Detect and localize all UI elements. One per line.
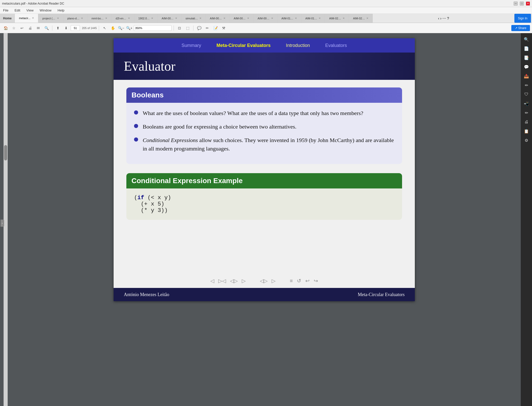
nav-forward-icon[interactable]: ↪ [314, 278, 318, 284]
right-shield-button[interactable]: 🛡 [522, 90, 530, 98]
slide-content: Booleans What are the uses of boolean va… [114, 80, 415, 274]
tab-aim01b[interactable]: AIM-01… ✕ [301, 14, 325, 23]
share-button[interactable]: ↗ Share [511, 25, 530, 31]
back-button[interactable]: ↩ [18, 24, 26, 32]
menu-help[interactable]: Help [57, 8, 66, 13]
title-bar-controls: ─ □ ✕ [514, 2, 530, 6]
tab-next-button[interactable]: › [440, 16, 442, 20]
expand-sidebar-button[interactable]: ‹ [1, 220, 4, 227]
nav-arrow-4[interactable]: ▷ [242, 278, 246, 284]
nav-summary[interactable]: Summary [182, 43, 201, 48]
nav-evaluators[interactable]: Evaluators [325, 43, 347, 48]
right-settings-button[interactable]: ⚙ [522, 136, 530, 144]
nav-home-button[interactable]: 🏠 [2, 24, 9, 32]
menu-window[interactable]: Window [39, 8, 52, 13]
zoom-input[interactable] [134, 25, 172, 31]
booleans-body: What are the uses of boolean values? Wha… [126, 103, 402, 164]
nav-introduction[interactable]: Introduction [286, 43, 310, 48]
right-comment-button[interactable]: 💬 [522, 63, 530, 71]
code-line-2: (+ x 5) [134, 201, 394, 207]
tab-aim02b[interactable]: AIM-02… ✕ [349, 14, 373, 23]
right-mobile-button[interactable]: 📲 [522, 99, 530, 108]
annotate-button[interactable]: 📝 [212, 24, 219, 32]
tab-project[interactable]: project (… ✕ [38, 14, 63, 23]
zoom-in-button[interactable]: 🔍+ [126, 24, 133, 32]
tab-aim00d[interactable]: AIM-00… ✕ [253, 14, 277, 23]
tab-mml[interactable]: mml-bo… ✕ [87, 14, 112, 23]
tab-aim00c[interactable]: AIM-00… ✕ [230, 14, 253, 23]
booleans-box: Booleans What are the uses of boolean va… [126, 87, 402, 164]
maximize-button[interactable]: □ [520, 2, 524, 6]
tab-close-metacir[interactable]: ✕ [32, 17, 34, 19]
right-zoom-in-button[interactable]: 🔍 [522, 35, 530, 43]
hand-tool-button[interactable]: ✋ [109, 24, 116, 32]
tab-nav-controls: ‹ › ⋯ ? [436, 14, 451, 23]
footer-author: António Menezes Leitão [124, 292, 169, 297]
sign-in-button[interactable]: Sign In [514, 14, 531, 23]
nav-meta-circular[interactable]: Meta-Circular Evaluators [216, 43, 271, 48]
close-button[interactable]: ✕ [526, 2, 530, 6]
bullet-item-1: What are the uses of boolean values? Wha… [134, 109, 394, 117]
help-icon[interactable]: ? [447, 16, 449, 20]
nav-arrow-2[interactable]: ▷◁ [218, 278, 226, 284]
tab-1902[interactable]: 1902.0… ✕ [134, 14, 158, 23]
more-tools-button[interactable]: ⚒ [220, 24, 227, 32]
bullet-text-3: Conditional Expressions allow such choic… [143, 136, 394, 153]
scrollbar-thumb[interactable] [4, 145, 7, 160]
right-pen-button[interactable]: ✏ [522, 81, 530, 89]
tab-prev-button[interactable]: ‹ [438, 16, 439, 20]
zoom-out-button[interactable]: 🔍− [117, 24, 125, 32]
tab-home[interactable]: Home [0, 14, 15, 23]
pdf-area[interactable]: Summary Meta-Circular Evaluators Introdu… [8, 33, 521, 406]
nav-menu-icon[interactable]: ≡ [290, 278, 293, 284]
tab-plano[interactable]: plano-d… ✕ [63, 14, 88, 23]
tab-close-project[interactable]: ✕ [57, 17, 59, 20]
slide-footer: António Menezes Leitão Meta-Circular Eva… [114, 288, 415, 301]
menu-file[interactable]: File [2, 8, 9, 13]
right-edit-button[interactable]: ✏ [522, 109, 530, 117]
right-print-button[interactable]: 🖨 [522, 118, 530, 126]
tab-aim00b[interactable]: AIM-00… ✕ [206, 14, 229, 23]
page-number-input[interactable] [71, 25, 80, 31]
search-button[interactable]: 🔍 [43, 24, 50, 32]
tab-menu-button[interactable]: ⋯ [442, 16, 446, 20]
bullet-text-1: What are the uses of boolean values? Wha… [143, 109, 363, 117]
nav-arrow-3[interactable]: ◁▷ [230, 278, 238, 284]
fit-page-button[interactable]: ⊡ [176, 24, 183, 32]
bookmark-button[interactable]: ☆ [10, 24, 17, 32]
nav-undo-icon[interactable]: ↺ [297, 278, 301, 284]
nav-back-icon[interactable]: ↩ [305, 278, 310, 284]
cursor-tool-button[interactable]: ↖ [101, 24, 108, 32]
right-bookmark-button[interactable]: 📑 [522, 54, 530, 62]
toolbar-sep4 [193, 26, 194, 31]
fit-width-button[interactable]: ⬚ [184, 24, 191, 32]
share-icon: ↗ [515, 26, 517, 30]
tab-d2l[interactable]: d2l-en… ✕ [112, 14, 134, 23]
comment-button[interactable]: 💬 [196, 24, 203, 32]
prev-page-button[interactable]: ⬆ [54, 24, 62, 32]
menu-view[interactable]: View [25, 8, 34, 13]
nav-arrow-1[interactable]: ◁ [210, 278, 214, 284]
right-share-button[interactable]: 📤 [522, 72, 530, 80]
tab-aim02a[interactable]: AIM-02… ✕ [325, 14, 349, 23]
vertical-scrollbar[interactable] [4, 33, 8, 406]
bullet-item-3: Conditional Expressions allow such choic… [134, 136, 394, 153]
nav-arrow-5[interactable]: ◁▷ [260, 278, 268, 284]
slide-title-area: Evaluator [114, 53, 415, 80]
pen-button[interactable]: ✏ [204, 24, 211, 32]
right-clipboard-button[interactable]: 📋 [522, 127, 530, 135]
next-page-button[interactable]: ⬇ [63, 24, 70, 32]
print-button[interactable]: 🖨 [27, 24, 34, 32]
tab-metacir[interactable]: metacir... ✕ [15, 14, 38, 23]
email-button[interactable]: ✉ [35, 24, 42, 32]
right-page-button[interactable]: 📄 [522, 44, 530, 53]
nav-arrow-6[interactable]: ▷ [272, 278, 275, 284]
bullet-dot-2 [134, 124, 138, 128]
menu-edit[interactable]: Edit [14, 8, 21, 13]
right-panel: 🔍 📄 📑 💬 📤 ✏ 🛡 📲 ✏ 🖨 📋 ⚙ [521, 33, 532, 406]
tab-simulati[interactable]: simulati… ✕ [182, 14, 206, 23]
tab-aim00a[interactable]: AIM-00… ✕ [158, 14, 181, 23]
tab-aim01a[interactable]: AIM-01… ✕ [277, 14, 301, 23]
main-layout: ‹ Summary Meta-Circular Evaluators Intro… [0, 33, 532, 406]
minimize-button[interactable]: ─ [514, 2, 518, 6]
